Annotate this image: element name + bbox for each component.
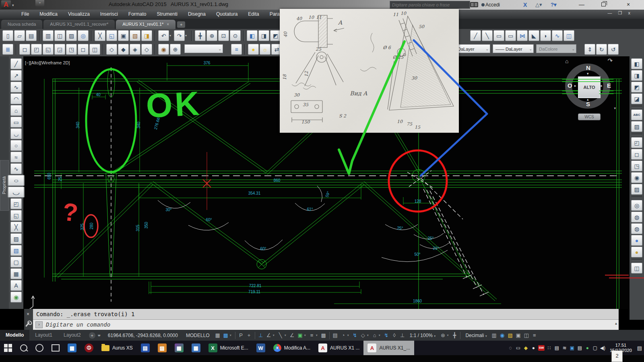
annotation-monitor-icon[interactable]: ╋ — [450, 332, 458, 338]
cut-icon[interactable]: ╳ — [95, 30, 105, 41]
break-line2-icon[interactable]: ╲ — [482, 30, 493, 41]
status-toggle[interactable] — [460, 332, 460, 339]
clean-screen-icon[interactable]: ≡ — [530, 332, 539, 338]
chamfer-icon[interactable]: ◣ — [528, 30, 539, 41]
iso-se-icon[interactable]: ◆ — [118, 44, 129, 55]
arrow-left-icon[interactable]: ▸ — [574, 84, 576, 88]
compass-south[interactable]: S — [586, 101, 590, 107]
quick-properties-icon[interactable]: ◉ — [498, 332, 506, 338]
status-toggle[interactable]: ▾ — [347, 333, 351, 337]
free-orbit-icon[interactable]: ↻ — [596, 44, 607, 55]
status-toggle[interactable]: ▾ — [316, 333, 320, 337]
status-toggle[interactable]: ▾ — [304, 333, 308, 337]
compass-east[interactable]: E — [607, 82, 611, 89]
zoom-window-icon[interactable]: ⊡ — [218, 30, 229, 41]
autocad-logo-icon[interactable]: A — [1, 0, 11, 9]
osnap-tracking-icon[interactable]: ∠ — [288, 332, 296, 338]
taskbar-app-save[interactable]: ▤ — [137, 341, 154, 355]
transparency-icon[interactable]: ▩ — [320, 332, 328, 338]
gizmo-icon[interactable]: ⌂ — [371, 332, 379, 338]
toolbar-button[interactable] — [155, 31, 156, 41]
taskbar-app-window[interactable]: ▦ — [64, 341, 80, 355]
volume-tray-icon[interactable]: ◀) — [599, 345, 607, 351]
dynamic-input-icon[interactable]: P — [237, 332, 245, 338]
infer-constraints-icon[interactable]: + — [245, 332, 253, 338]
layer-states-icon[interactable]: ≡ — [231, 44, 242, 55]
menu-item[interactable]: Modifica — [34, 10, 63, 19]
switching-workspace-icon[interactable]: ⊛ — [439, 332, 447, 338]
publish-icon[interactable]: ▨ — [66, 30, 77, 41]
status-toggle[interactable] — [255, 332, 255, 339]
toolbar-button[interactable] — [244, 44, 246, 55]
annotation-visibility-icon[interactable]: ↯ — [382, 332, 390, 338]
units-icon[interactable]: ▥ — [490, 332, 498, 338]
taskbar-app-media[interactable]: ▩ — [171, 341, 188, 355]
paste-icon[interactable]: ▣ — [118, 30, 129, 41]
search-icon[interactable] — [470, 1, 479, 8]
menu-item[interactable]: Inserisci — [95, 10, 123, 19]
tab-current-file[interactable]: AURUS X1_rev01.1*× — [116, 20, 175, 29]
design-center-icon[interactable]: ◨ — [258, 30, 269, 41]
command-scroll-up-icon[interactable]: ▴ — [615, 321, 617, 325]
app-tray-icon[interactable]: ▣ — [568, 345, 576, 351]
taskbar-app-autocad2-active[interactable]: AAURUS X1_... — [363, 341, 414, 355]
object-snap-icon[interactable]: ▣ — [296, 332, 304, 338]
taskbar-app-mail[interactable]: ▨ — [154, 341, 171, 355]
undo-icon[interactable]: ↶ — [158, 30, 169, 41]
menu-item[interactable]: Formato — [123, 10, 152, 19]
toolbar-button[interactable] — [91, 31, 92, 41]
status-toggle[interactable] — [329, 332, 330, 339]
ortho-mode-icon[interactable]: ⊥ — [257, 332, 265, 338]
linetype-combo[interactable]: —— DaLayer⌄ — [493, 44, 534, 53]
toolbar-button[interactable] — [39, 31, 40, 41]
isodraft-icon[interactable]: ╲ — [277, 332, 285, 338]
layer-on-bulb-icon[interactable]: ● — [248, 44, 259, 55]
match-layer-icon[interactable]: ◨ — [141, 30, 152, 41]
edit-spline-icon[interactable]: ∿ — [552, 30, 563, 41]
lineweight-icon[interactable]: ≡ — [308, 332, 316, 338]
isolate-objects-icon[interactable]: ▣ — [514, 332, 522, 338]
view-front-icon[interactable]: ◳ — [66, 44, 77, 55]
arrow-up-icon[interactable]: ▾ — [587, 72, 589, 76]
toolbar-button[interactable] — [191, 31, 192, 41]
undo-dropdown-icon[interactable]: ▾ — [169, 34, 173, 37]
layout-tab-modello[interactable]: Modello — [0, 330, 29, 341]
taskbar-search-button[interactable] — [16, 341, 31, 355]
tab-close-icon[interactable]: × — [167, 22, 169, 27]
notification-center-icon[interactable]: ▤ — [635, 345, 644, 351]
onedrive-tray-icon[interactable]: ● — [530, 345, 537, 351]
cortana-button[interactable] — [31, 341, 47, 355]
camera-tray-icon[interactable]: ▭ — [514, 345, 522, 351]
named-views-icon[interactable]: ⊕ — [170, 44, 181, 55]
quick-access-dropdown-icon[interactable]: ⌄ — [35, 0, 44, 6]
status-toggle[interactable]: ▾ — [379, 333, 382, 337]
break-at-point-icon[interactable]: ⋈ — [517, 30, 528, 41]
iso-ne-icon[interactable]: ◈ — [130, 44, 140, 55]
fillet-icon[interactable]: ◗ — [540, 30, 551, 41]
lock-ui-icon[interactable]: ▧ — [506, 332, 514, 338]
copy-icon[interactable]: ◱ — [106, 30, 117, 41]
redo-icon[interactable]: ↷ — [174, 30, 185, 41]
camera-icon[interactable]: ◉ — [158, 44, 169, 55]
units-label[interactable]: Decimali ▾ — [465, 333, 487, 338]
iso-sw-icon[interactable]: ◇ — [106, 44, 117, 55]
taskbar-app-autocad1[interactable]: AAURUS X1 ... — [314, 341, 363, 355]
status-toggle[interactable]: ▾ — [273, 333, 277, 337]
wifi-tray-icon[interactable]: ≋ — [561, 345, 568, 351]
redo-dropdown-icon[interactable]: ▾ — [185, 34, 189, 37]
menu-item[interactable]: File — [16, 10, 34, 19]
layout-tab-layout2[interactable]: Layout2 — [58, 330, 87, 341]
tool-palettes-icon[interactable]: ◩ — [270, 30, 281, 41]
new-file-icon[interactable]: ▯ — [2, 30, 13, 41]
viewcube-menu-icon[interactable]: ▾ — [614, 106, 616, 110]
close-button[interactable]: × — [620, 0, 637, 9]
rotate-view-icon[interactable]: ↷ — [607, 57, 613, 64]
named-views-combo[interactable]: ⌄ — [184, 44, 223, 53]
hardware-accel-icon[interactable]: ◫ — [522, 332, 530, 338]
compass-north[interactable]: N — [586, 64, 590, 71]
task-view-button[interactable] — [47, 341, 64, 355]
exchange-apps-icon[interactable]: X — [523, 1, 527, 8]
view-left-icon[interactable]: ◱ — [43, 44, 54, 55]
model-space-label[interactable]: MODELLO — [186, 333, 210, 338]
taskbar-app-power[interactable]: ⏼ — [80, 341, 97, 355]
